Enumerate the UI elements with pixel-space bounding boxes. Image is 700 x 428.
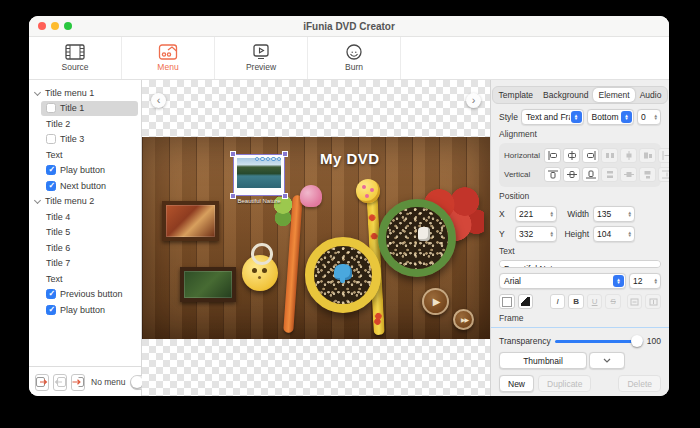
thumbnail-dropdown[interactable]: Thumbnail — [499, 352, 587, 369]
selection-handle[interactable] — [282, 193, 288, 199]
checkbox-unchecked[interactable] — [46, 134, 56, 144]
align-h-disabled-3-button[interactable] — [639, 148, 656, 163]
add-menu-button[interactable] — [35, 374, 49, 391]
align-h-disabled-2-button[interactable] — [620, 148, 637, 163]
photo-frame-violin[interactable] — [162, 201, 219, 241]
toolbar-burn-button[interactable]: Burn — [308, 37, 401, 79]
photo-frame-field[interactable] — [180, 267, 236, 302]
checkbox-checked[interactable] — [46, 289, 56, 299]
stepper-arrows-icon[interactable]: ▲▼ — [654, 278, 660, 285]
text-position-select[interactable]: Bottom ▲▼ — [587, 109, 635, 125]
font-select[interactable]: Arial ▲▼ — [499, 273, 626, 289]
checkbox-checked[interactable] — [46, 181, 56, 191]
tree-item-title-2[interactable]: Title 2 — [29, 116, 141, 132]
tree-item-text-2[interactable]: Text — [29, 271, 141, 287]
toolbar-preview-button[interactable]: Preview — [215, 37, 308, 79]
selected-thumbnail-frame[interactable] — [233, 154, 285, 196]
tab-background[interactable]: Background — [538, 88, 593, 102]
transparency-slider[interactable] — [555, 335, 643, 347]
align-v-disabled-3-button[interactable] — [639, 167, 656, 182]
fill-color-well[interactable] — [518, 294, 534, 309]
stepper-arrows-icon[interactable]: ▲▼ — [628, 211, 634, 218]
previous-template-button[interactable]: ‹ — [151, 93, 166, 108]
tree-item-next-button[interactable]: Next button — [29, 178, 141, 194]
width-stepper[interactable]: 135 ▲▼ — [593, 206, 635, 222]
align-v-bottom-button[interactable] — [582, 167, 599, 182]
tab-audio[interactable]: Audio — [635, 88, 667, 102]
tab-template[interactable]: Template — [494, 88, 539, 102]
duplicate-button[interactable]: Duplicate — [538, 375, 591, 392]
italic-button[interactable]: I — [550, 294, 566, 309]
align-v-disabled-4-button[interactable] — [658, 167, 669, 182]
chevron-down-icon[interactable] — [34, 197, 42, 205]
close-icon[interactable] — [38, 22, 46, 30]
style-number-stepper[interactable]: 0 ▲▼ — [637, 109, 661, 125]
dvd-title-text[interactable]: My DVD — [320, 150, 380, 167]
tree-item-title-6[interactable]: Title 6 — [29, 240, 141, 256]
thumbnail-caption[interactable]: Beautiful Nature — [233, 198, 285, 204]
next-button-decoration[interactable]: ▶▶ — [453, 309, 474, 330]
tree-item-text-1[interactable]: Text — [29, 147, 141, 163]
align-h-right-button[interactable] — [582, 148, 599, 163]
tree-item-play-button-2[interactable]: Play button — [29, 302, 141, 318]
play-button-decoration[interactable]: ▶ — [422, 288, 449, 315]
thumbnail-dropdown-chevron[interactable] — [589, 352, 625, 369]
height-stepper[interactable]: 104 ▲▼ — [593, 226, 635, 242]
chevron-down-icon[interactable] — [34, 89, 42, 97]
stepper-arrows-icon[interactable]: ▲▼ — [628, 231, 634, 238]
tree-item-play-button-1[interactable]: Play button — [29, 163, 141, 179]
tree-item-title-1[interactable]: Title 1 — [41, 101, 138, 117]
text-input[interactable]: Beautiful Nature — [499, 260, 661, 268]
import-menu-button[interactable] — [71, 374, 85, 391]
strikethrough-button[interactable]: S — [605, 294, 621, 309]
text-color-well[interactable] — [499, 294, 515, 309]
align-h-disabled-1-button[interactable] — [601, 148, 618, 163]
text-direction-v-button[interactable] — [645, 294, 661, 309]
checkbox-checked[interactable] — [46, 165, 56, 175]
selection-handle[interactable] — [230, 151, 236, 157]
align-v-middle-button[interactable] — [563, 167, 580, 182]
align-h-disabled-4-button[interactable] — [658, 148, 669, 163]
tree-item-title-7[interactable]: Title 7 — [29, 256, 141, 272]
style-select[interactable]: Text and Frame ▲▼ — [521, 109, 584, 125]
underline-button[interactable]: U — [587, 294, 603, 309]
next-template-button[interactable]: › — [466, 93, 481, 108]
align-v-top-button[interactable] — [544, 167, 561, 182]
arrow-into-box-icon — [72, 377, 84, 387]
stepper-arrows-icon[interactable]: ▲▼ — [550, 211, 556, 218]
menu-preview-image[interactable]: My DVD Beautiful Nature ▶ ▶▶ — [142, 137, 490, 339]
tree-item-title-4[interactable]: Title 4 — [29, 209, 141, 225]
text-direction-h-button[interactable] — [627, 294, 643, 309]
tree-item-title-3[interactable]: Title 3 — [29, 132, 141, 148]
align-v-disabled-2-button[interactable] — [620, 167, 637, 182]
y-stepper[interactable]: 332 ▲▼ — [515, 226, 557, 242]
checkbox-unchecked[interactable] — [46, 103, 56, 113]
new-button[interactable]: New — [499, 375, 534, 392]
tree-item-previous-button[interactable]: Previous button — [29, 287, 141, 303]
chevron-down-icon — [603, 358, 611, 363]
stepper-arrows-icon[interactable]: ▲▼ — [654, 114, 660, 121]
remove-menu-button[interactable] — [53, 374, 67, 391]
toolbar-menu-button[interactable]: Menu — [122, 37, 215, 79]
x-stepper[interactable]: 221 ▲▼ — [515, 206, 557, 222]
align-h-center-button[interactable] — [563, 148, 580, 163]
minimize-icon[interactable] — [51, 22, 59, 30]
selection-handle[interactable] — [282, 151, 288, 157]
menu-canvas[interactable]: ‹ › My DVD — [142, 80, 490, 396]
align-h-left-button[interactable] — [544, 148, 561, 163]
toolbar-source-button[interactable]: Source — [29, 37, 122, 79]
tab-element[interactable]: Element — [593, 88, 634, 102]
frame-picker-strip[interactable] — [491, 327, 669, 328]
bold-button[interactable]: B — [568, 294, 584, 309]
font-size-stepper[interactable]: 12 ▲▼ — [629, 273, 661, 289]
align-v-disabled-1-button[interactable] — [601, 167, 618, 182]
zoom-icon[interactable] — [64, 22, 72, 30]
tree-group-title-menu-2[interactable]: Title menu 2 — [29, 194, 141, 210]
slider-thumb[interactable] — [631, 335, 643, 347]
tree-group-title-menu-1[interactable]: Title menu 1 — [29, 85, 141, 101]
delete-button[interactable]: Delete — [618, 375, 661, 392]
tree-item-title-5[interactable]: Title 5 — [29, 225, 141, 241]
stepper-arrows-icon[interactable]: ▲▼ — [550, 231, 556, 238]
checkbox-checked[interactable] — [46, 305, 56, 315]
selection-handle[interactable] — [230, 193, 236, 199]
